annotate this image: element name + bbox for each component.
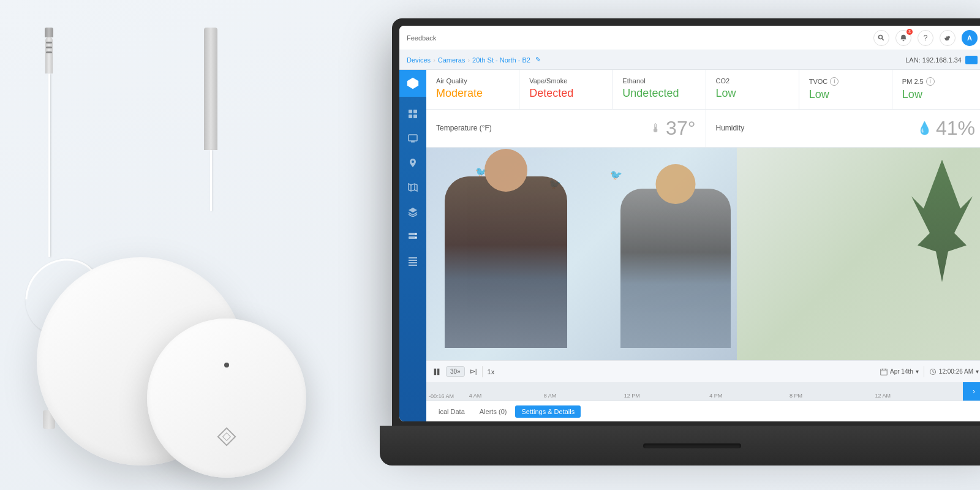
humidity-value: 💧 41% bbox=[917, 117, 975, 140]
slim-sensor-cable bbox=[210, 150, 212, 211]
laptop-screen: Feedback 3 ? bbox=[399, 26, 980, 421]
air-quality-label: Air Quality bbox=[436, 77, 509, 85]
plant-decoration bbox=[911, 160, 973, 282]
sidebar-icon-map[interactable] bbox=[402, 176, 424, 198]
pm25-info-icon[interactable]: i bbox=[926, 77, 935, 86]
timeline-next-button[interactable]: › bbox=[963, 382, 980, 401]
search-button[interactable] bbox=[873, 30, 889, 46]
timeline-current-time: -00:16 AM bbox=[429, 393, 454, 399]
ctrl-sep-1 bbox=[482, 366, 483, 377]
tvoc-value: Low bbox=[809, 88, 882, 102]
settings-button[interactable] bbox=[940, 30, 956, 46]
notifications-button[interactable]: 3 bbox=[895, 30, 911, 46]
edit-icon[interactable]: ✎ bbox=[535, 56, 541, 64]
svg-point-0 bbox=[879, 35, 883, 39]
timeline-label-8pm: 8 PM bbox=[790, 393, 802, 399]
svg-rect-9 bbox=[411, 141, 415, 143]
lan-icon bbox=[965, 56, 978, 64]
sidebar-icon-dashboard[interactable] bbox=[402, 103, 424, 125]
time-chevron: ▾ bbox=[976, 368, 979, 375]
sidebar-icon-monitor[interactable] bbox=[402, 127, 424, 149]
timeline-bar[interactable]: 4 AM 8 AM 12 PM 4 PM 8 PM 12 AM -00:16 A… bbox=[426, 382, 980, 401]
sidebar-icon-location[interactable] bbox=[402, 152, 424, 174]
breadcrumb-bar: Devices › Cameras › 20th St - North - B2… bbox=[399, 50, 980, 70]
speed-control[interactable]: 1x bbox=[488, 368, 495, 375]
time-control[interactable]: 12:00:26 AM ▾ bbox=[929, 368, 979, 375]
svg-rect-7 bbox=[413, 115, 417, 118]
air-quality-value: Moderate bbox=[436, 87, 509, 100]
aux-cable-body bbox=[48, 74, 50, 257]
help-button[interactable]: ? bbox=[918, 30, 933, 46]
slim-sensor-body bbox=[204, 28, 217, 150]
timeline-label-4pm: 4 PM bbox=[709, 393, 722, 399]
bird-icon-3: 🐦 bbox=[610, 169, 622, 181]
aux-jack-connector bbox=[45, 37, 53, 74]
droplet-icon: 💧 bbox=[917, 121, 932, 135]
svg-rect-6 bbox=[409, 115, 412, 118]
metrics-row-2: Temperature (°F) 🌡 37° Humidity 💧 bbox=[426, 110, 980, 147]
main-content: Air Quality Moderate Vape/Smoke Detected… bbox=[426, 70, 980, 421]
breadcrumb-cameras[interactable]: Cameras bbox=[438, 56, 466, 64]
video-right-panel bbox=[737, 148, 980, 360]
svg-line-28 bbox=[933, 372, 934, 373]
tab-historical-data[interactable]: ical Data bbox=[432, 405, 471, 418]
svg-point-15 bbox=[415, 237, 417, 238]
metric-ethanol: Ethanol Undetected bbox=[612, 70, 706, 109]
breadcrumb-devices[interactable]: Devices bbox=[407, 56, 431, 64]
circular-device-small bbox=[147, 318, 306, 478]
co2-label: CO2 bbox=[716, 77, 789, 85]
tvoc-info-icon[interactable]: i bbox=[830, 77, 839, 86]
breadcrumb-current[interactable]: 20th St - North - B2 bbox=[472, 56, 530, 64]
ethanol-label: Ethanol bbox=[622, 77, 695, 85]
metrics-row-1: Air Quality Moderate Vape/Smoke Detected… bbox=[426, 70, 980, 110]
time-label: 12:00:26 AM bbox=[939, 368, 973, 375]
timeline-label-12am: 12 AM bbox=[875, 393, 891, 399]
thermometer-icon: 🌡 bbox=[650, 121, 662, 135]
lan-info: LAN: 192.168.1.34 bbox=[905, 56, 978, 64]
video-area: 🐦 🐦 🐦 bbox=[426, 148, 980, 360]
temperature-number: 37° bbox=[666, 117, 695, 140]
sensor-metrics: Air Quality Moderate Vape/Smoke Detected… bbox=[426, 70, 980, 148]
metric-co2: CO2 Low bbox=[706, 70, 799, 109]
metric-pm25: PM 2.5 i Low bbox=[892, 70, 980, 109]
svg-rect-16 bbox=[409, 257, 417, 258]
video-left-panel: 🐦 🐦 🐦 bbox=[426, 148, 737, 360]
slim-sensor bbox=[204, 28, 217, 211]
vape-smoke-value: Detected bbox=[529, 87, 602, 100]
app-layout: Air Quality Moderate Vape/Smoke Detected… bbox=[399, 70, 980, 421]
video-controls: 30» ⊳| 1x Apr 14th ▾ bbox=[426, 360, 980, 382]
breadcrumb-sep-2: › bbox=[467, 56, 470, 64]
lan-label: LAN: 192.168.1.34 bbox=[905, 56, 962, 64]
tvoc-label: TVOC i bbox=[809, 77, 882, 86]
timeline-label-4am: 4 AM bbox=[469, 393, 482, 399]
sidebar-icon-server[interactable] bbox=[402, 225, 424, 247]
video-thumbnail: 🐦 🐦 🐦 bbox=[426, 148, 980, 360]
sidebar-logo[interactable] bbox=[399, 70, 426, 97]
date-control[interactable]: Apr 14th ▾ bbox=[880, 368, 919, 375]
skip-forward-badge[interactable]: 30» bbox=[446, 366, 465, 377]
pm25-label: PM 2.5 i bbox=[902, 77, 975, 86]
diamond-logo-icon bbox=[217, 427, 236, 446]
sidebar bbox=[399, 70, 426, 421]
laptop-base bbox=[380, 426, 980, 466]
pause-button[interactable] bbox=[432, 368, 441, 376]
humidity-number: 41% bbox=[936, 117, 975, 140]
temperature-value: 🌡 37° bbox=[650, 117, 695, 140]
user-avatar-button[interactable]: A bbox=[962, 30, 978, 46]
sidebar-icon-list[interactable] bbox=[402, 250, 424, 272]
tab-settings-details[interactable]: Settings & Details bbox=[515, 405, 581, 418]
co2-value: Low bbox=[716, 87, 789, 100]
date-chevron: ▾ bbox=[916, 368, 919, 375]
tab-alerts[interactable]: Alerts (0) bbox=[473, 405, 513, 418]
svg-rect-18 bbox=[409, 262, 417, 263]
sidebar-icon-layers[interactable] bbox=[402, 201, 424, 223]
humidity-label: Humidity bbox=[716, 124, 745, 132]
temperature-section: Temperature (°F) 🌡 37° bbox=[426, 110, 706, 147]
laptop-body: Feedback 3 ? bbox=[392, 18, 980, 429]
top-bar-left: Feedback bbox=[407, 34, 436, 42]
svg-rect-22 bbox=[881, 369, 888, 375]
skip-to-end-button[interactable]: ⊳| bbox=[470, 368, 477, 375]
svg-rect-20 bbox=[434, 368, 437, 375]
svg-rect-17 bbox=[409, 260, 417, 261]
svg-rect-19 bbox=[409, 265, 417, 266]
